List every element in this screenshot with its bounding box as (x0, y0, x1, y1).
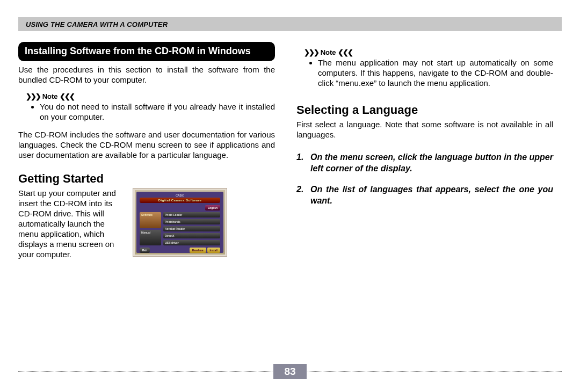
menu-item: Photohands (163, 219, 220, 224)
menu-bottom-row: Exit Read me Install (140, 248, 220, 253)
menu-item: Photo Loader (163, 212, 220, 217)
note-label-left: ❯❯❯ Note ❮❮❮ (26, 92, 275, 100)
menu-window: CASIO Digital Camera Software English So… (136, 192, 223, 253)
footer-rule-left (18, 371, 272, 372)
section-header-bar: USING THE CAMERA WITH A COMPUTER (18, 17, 562, 31)
menu-action-buttons: Read me Install (190, 248, 220, 253)
menu-install-button: Install (207, 248, 220, 253)
topic-title-text: Installing Software from the CD-ROM in W… (25, 46, 251, 56)
menu-right-list: Photo Loader Photohands Acrobat Reader D… (163, 212, 220, 245)
left-column: Installing Software from the CD-ROM in W… (18, 42, 275, 259)
note-label-right: ❯❯❯ Note ❮❮❮ (304, 48, 553, 56)
language-paragraph: First select a language. Note that some … (296, 119, 553, 140)
note-chevrons-right-icon: ❯❯❯ (304, 48, 318, 56)
menu-exit-button: Exit (140, 248, 150, 253)
note-chevrons-left-icon: ❮❮❮ (338, 48, 352, 56)
page-footer: 83 (18, 364, 562, 379)
cdrom-paragraph: The CD-ROM includes the software and use… (18, 129, 275, 160)
subheading-getting-started: Getting Started (18, 172, 275, 186)
menu-body: Software Manual Photo Loader Photohands … (140, 212, 220, 245)
topic-title-pill: Installing Software from the CD-ROM in W… (18, 42, 275, 61)
note-item: You do not need to install software if y… (40, 101, 275, 122)
footer-rule-right (308, 371, 562, 372)
page-number-badge: 83 (273, 364, 307, 379)
note-chevrons-left-icon: ❮❮❮ (60, 92, 74, 100)
menu-item: DirectX (163, 233, 220, 238)
getting-started-row: Start up your computer and insert the CD… (18, 188, 275, 259)
note-label-text: Note (42, 92, 58, 100)
subheading-selecting-language: Selecting a Language (296, 103, 553, 117)
note-label-text: Note (321, 48, 336, 56)
two-column-layout: Installing Software from the CD-ROM in W… (18, 42, 562, 259)
menu-brand: CASIO (140, 194, 220, 197)
menu-tab-manual: Manual (140, 230, 161, 246)
note-list-left: You do not need to install software if y… (18, 101, 275, 122)
menu-screenshot-thumbnail: CASIO Digital Camera Software English So… (133, 188, 227, 257)
note-item: The menu application may not start up au… (318, 57, 553, 88)
menu-item: Acrobat Reader (163, 226, 220, 231)
menu-tab-software: Software (140, 212, 161, 228)
numbered-steps: On the menu screen, click the language b… (296, 151, 553, 206)
intro-paragraph: Use the procedures in this section to in… (18, 64, 275, 85)
menu-banner: Digital Camera Software (140, 198, 220, 203)
step-item: On the menu screen, click the language b… (296, 151, 553, 174)
menu-item: USB driver (163, 240, 220, 245)
note-list-right: The menu application may not start up au… (296, 57, 553, 88)
getting-started-text: Start up your computer and insert the CD… (18, 188, 123, 259)
page-number: 83 (284, 366, 295, 378)
step-item: On the list of languages that appears, s… (296, 184, 553, 206)
menu-readme-button: Read me (190, 248, 206, 253)
menu-left-tabs: Software Manual (140, 212, 161, 245)
right-column: ❯❯❯ Note ❮❮❮ The menu application may no… (296, 42, 553, 259)
note-chevrons-right-icon: ❯❯❯ (26, 92, 40, 100)
section-header-text: USING THE CAMERA WITH A COMPUTER (26, 20, 168, 28)
menu-language-button: English (205, 205, 220, 210)
